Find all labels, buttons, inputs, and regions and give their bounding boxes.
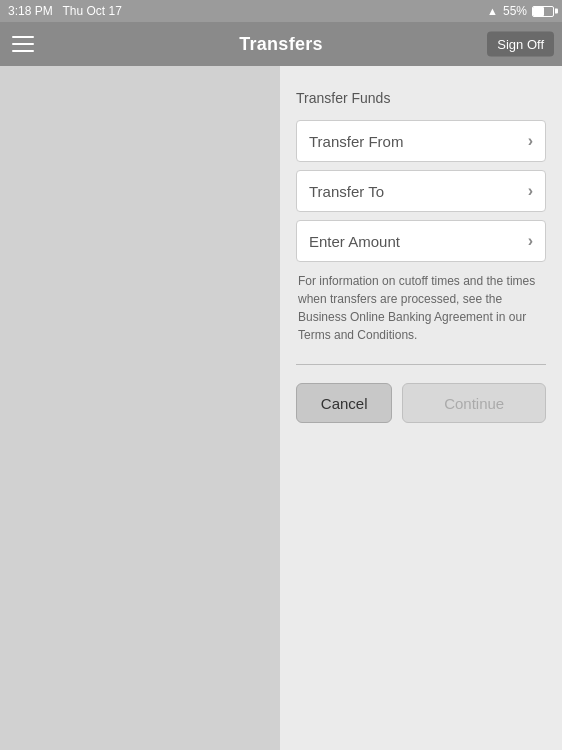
transfer-from-label: Transfer From bbox=[309, 133, 403, 150]
transfer-from-chevron-icon: › bbox=[528, 132, 533, 150]
info-text: For information on cutoff times and the … bbox=[296, 272, 546, 344]
wifi-icon: ▲ bbox=[487, 5, 498, 17]
hamburger-line-3 bbox=[12, 50, 34, 52]
enter-amount-row[interactable]: Enter Amount › bbox=[296, 220, 546, 262]
transfer-from-row[interactable]: Transfer From › bbox=[296, 120, 546, 162]
status-bar: 3:18 PM Thu Oct 17 ▲ 55% bbox=[0, 0, 562, 22]
battery-fill bbox=[533, 7, 544, 16]
sidebar bbox=[0, 66, 280, 750]
status-bar-indicators: ▲ 55% bbox=[487, 4, 554, 18]
transfer-to-row[interactable]: Transfer To › bbox=[296, 170, 546, 212]
divider bbox=[296, 364, 546, 365]
menu-button[interactable] bbox=[12, 29, 42, 59]
hamburger-line-1 bbox=[12, 36, 34, 38]
continue-button[interactable]: Continue bbox=[402, 383, 546, 423]
battery-percent: 55% bbox=[503, 4, 527, 18]
status-bar-time-date: 3:18 PM Thu Oct 17 bbox=[8, 4, 122, 18]
main-layout: Transfer Funds Transfer From › Transfer … bbox=[0, 66, 562, 750]
signoff-button[interactable]: Sign Off bbox=[487, 32, 554, 57]
hamburger-line-2 bbox=[12, 43, 34, 45]
section-title: Transfer Funds bbox=[296, 90, 546, 106]
transfer-to-chevron-icon: › bbox=[528, 182, 533, 200]
button-row: Cancel Continue bbox=[296, 383, 546, 423]
nav-title: Transfers bbox=[239, 34, 323, 55]
battery-icon bbox=[532, 6, 554, 17]
content-panel: Transfer Funds Transfer From › Transfer … bbox=[280, 66, 562, 750]
time: 3:18 PM bbox=[8, 4, 53, 18]
cancel-button[interactable]: Cancel bbox=[296, 383, 392, 423]
enter-amount-label: Enter Amount bbox=[309, 233, 400, 250]
date: Thu Oct 17 bbox=[63, 4, 122, 18]
enter-amount-chevron-icon: › bbox=[528, 232, 533, 250]
transfer-to-label: Transfer To bbox=[309, 183, 384, 200]
nav-bar: Transfers Sign Off bbox=[0, 22, 562, 66]
